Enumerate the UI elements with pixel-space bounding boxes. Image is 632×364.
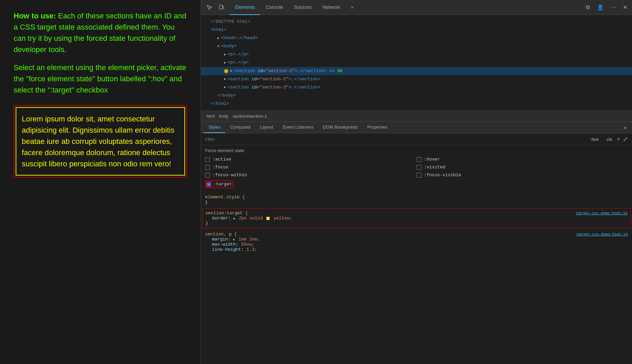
css-rule-section-p: section, p { target-css-demo.html:24 mar… <box>201 230 632 254</box>
sub-tabs-bar: Styles Computed Layout Event Listeners D… <box>201 122 632 133</box>
css-prop-margin: margin: <box>212 237 231 242</box>
css-close-brace-2: } <box>205 221 208 226</box>
state-target-checkbox[interactable] <box>206 182 211 187</box>
tab-layout[interactable]: Layout <box>255 122 278 133</box>
svg-rect-1 <box>223 6 224 9</box>
tab-console[interactable]: Console <box>260 0 288 15</box>
tri-right-p1-icon: ▶ <box>224 52 226 57</box>
state-visited-checkbox[interactable] <box>417 165 421 170</box>
state-active-checkbox[interactable] <box>205 157 210 162</box>
tree-doctype[interactable]: <!DOCTYPE html> <box>201 18 632 26</box>
tree-p1[interactable]: ▶ <p>…</p> <box>201 50 632 59</box>
tri-border-icon: ▶ <box>233 217 235 220</box>
current-element-indicator: == $0 <box>329 67 343 75</box>
state-focus-checkbox[interactable] <box>205 165 210 170</box>
css-link-section-p[interactable]: target-css-demo.html:24 <box>576 232 628 236</box>
state-focus-visible-label: :focus-visible <box>424 172 461 178</box>
css-selector-section-p: section, p { <box>205 232 237 237</box>
css-value-max-width: 50vw; <box>241 242 254 247</box>
hov-button[interactable]: :hov <box>588 136 601 143</box>
state-target-wrapper: :target <box>205 180 233 188</box>
tri-right-icon: ▶ <box>217 35 219 41</box>
color-swatch-yellow[interactable] <box>266 217 270 220</box>
tree-section2[interactable]: ▶ <section id="section-2" >…</section> <box>201 75 632 83</box>
css-prop-border: border: <box>212 216 231 221</box>
tri-right-s1-icon: ▶ <box>230 68 232 74</box>
state-visited-label: :visited <box>424 165 445 170</box>
close-devtools-button[interactable]: ✕ <box>621 3 629 12</box>
sub-tabs-more[interactable]: » <box>621 123 629 132</box>
tab-network[interactable]: Network <box>317 0 345 15</box>
tab-sources[interactable]: Sources <box>289 0 317 15</box>
profile-icon[interactable]: 👤 <box>595 3 606 12</box>
tri-margin-icon: ▶ <box>233 238 235 242</box>
svg-rect-0 <box>219 5 222 9</box>
breadcrumb-bar: html body section#section-1 <box>201 111 632 122</box>
css-value-margin: 1em 2em; <box>238 237 260 242</box>
tree-p2[interactable]: ▶ <p>…</p> <box>201 59 632 67</box>
devtools-icons <box>204 2 227 13</box>
tab-elements[interactable]: Elements <box>230 0 260 15</box>
styles-content: Force element state :active :hover :focu… <box>201 145 632 364</box>
breadcrumb-html[interactable]: html <box>205 113 216 119</box>
state-focus-visible-item: :focus-visible <box>417 171 628 179</box>
tab-more[interactable]: » <box>345 0 359 15</box>
element-picker-button[interactable] <box>204 2 215 13</box>
tree-html[interactable]: <html> <box>201 26 632 34</box>
settings-icon[interactable]: ⚙ <box>583 3 592 12</box>
tree-head[interactable]: ▶ <head>…</head> <box>201 34 632 42</box>
tree-body-close[interactable]: </body> <box>201 92 632 100</box>
devtools-topbar-right: ⚙ 👤 ⋯ ✕ <box>583 3 629 12</box>
state-active-item: :active <box>205 156 417 163</box>
tri-right-s2-icon: ▶ <box>224 76 226 82</box>
tab-event-listeners[interactable]: Event Listeners <box>278 122 318 133</box>
state-focus-within-item: :focus-within <box>205 171 417 179</box>
tree-section3[interactable]: ▶ <section id="section-3" >…</section> <box>201 83 632 92</box>
state-focus-within-checkbox[interactable] <box>205 173 210 178</box>
add-style-rule-button[interactable]: + <box>617 136 620 142</box>
demo-box: Lorem ipsum dolor sit, amet consectetur … <box>16 107 185 176</box>
tree-section1[interactable]: ▶ <section id="section-1" >…</section> =… <box>201 67 632 75</box>
state-focus-visible-checkbox[interactable] <box>417 173 421 178</box>
state-focus-label: :focus <box>213 165 229 170</box>
tab-styles[interactable]: Styles <box>204 122 225 133</box>
state-hover-item: :hover <box>417 156 628 163</box>
filter-bar: :hov .cls + ⤢ <box>201 133 632 145</box>
devtools-panel: Elements Console Sources Network » ⚙ 👤 ⋯… <box>201 0 632 364</box>
css-value-yellow: yellow; <box>273 216 292 221</box>
tri-right-p2-icon: ▶ <box>224 60 226 66</box>
filter-actions: :hov .cls + ⤢ <box>588 135 628 143</box>
css-rule-element-style: element.style { } <box>201 193 632 207</box>
tab-computed[interactable]: Computed <box>225 122 255 133</box>
css-link-section-target[interactable]: target-css-demo.html:32 <box>576 211 628 215</box>
new-style-rule-icon[interactable]: ⤢ <box>623 135 628 143</box>
filter-input[interactable] <box>205 137 588 142</box>
demo-section: Lorem ipsum dolor sit, amet consectetur … <box>14 105 187 178</box>
state-target-label: :target <box>213 182 232 187</box>
more-options-icon[interactable]: ⋯ <box>609 3 618 12</box>
device-toolbar-button[interactable] <box>216 2 227 13</box>
css-value-border: 2px solid <box>239 216 263 221</box>
state-visited-item: :visited <box>417 164 628 171</box>
tree-body[interactable]: ▼ <body> <box>201 42 632 50</box>
tri-down-icon: ▼ <box>217 44 219 49</box>
state-focus-within-label: :focus-within <box>213 172 247 178</box>
css-selector-section-target: section:target { <box>205 211 248 216</box>
cls-button[interactable]: .cls <box>603 136 614 143</box>
tri-right-s3-icon: ▶ <box>224 84 226 90</box>
css-prop-max-width: max-width: <box>212 242 238 247</box>
select-element-text: Select an element using the element pick… <box>14 62 187 96</box>
devtools-main-tabs: Elements Console Sources Network » <box>230 0 583 15</box>
state-hover-checkbox[interactable] <box>417 157 421 162</box>
breadcrumb-section1[interactable]: section#section-1 <box>231 113 268 119</box>
tab-dom-breakpoints[interactable]: DOM Breakpoints <box>318 122 363 133</box>
left-panel: How to use: Each of these sections have … <box>0 0 201 364</box>
tree-html-close[interactable]: </html> <box>201 100 632 108</box>
devtools-topbar: Elements Console Sources Network » ⚙ 👤 ⋯… <box>201 0 632 15</box>
how-to-use-bold: How to use: <box>14 12 56 20</box>
css-prop-line-height: line-height: <box>212 247 244 252</box>
css-selector-element-style: element.style { <box>205 195 245 200</box>
breadcrumb-body[interactable]: body <box>218 113 230 119</box>
tab-properties[interactable]: Properties <box>363 122 392 133</box>
state-target-item: :target <box>205 179 417 189</box>
